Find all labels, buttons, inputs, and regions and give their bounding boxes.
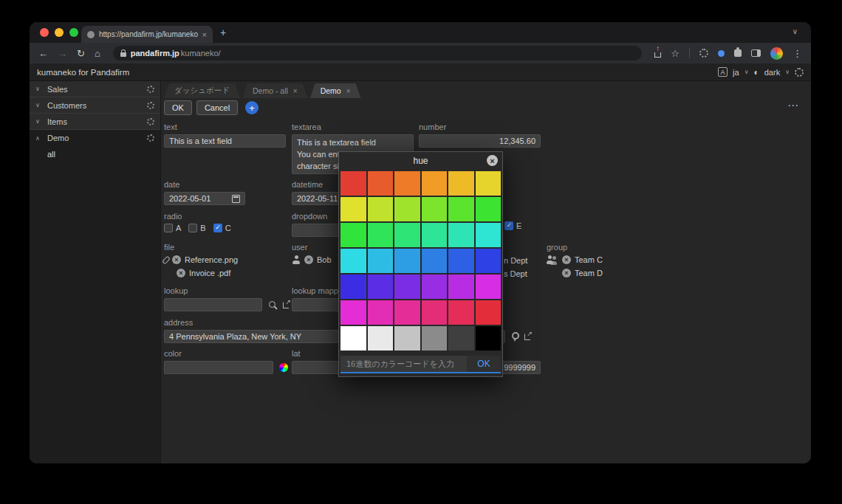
tab-close-icon[interactable]: × bbox=[293, 87, 298, 95]
group-name[interactable]: Team D bbox=[575, 269, 603, 277]
color-swatch[interactable] bbox=[394, 300, 420, 325]
tab-demo[interactable]: Demo × bbox=[310, 83, 361, 98]
color-swatch[interactable] bbox=[476, 223, 502, 247]
open-external-icon[interactable] bbox=[283, 301, 290, 308]
sidebar-item-all[interactable]: all bbox=[30, 146, 160, 162]
back-icon[interactable]: ← bbox=[38, 49, 48, 58]
color-swatch[interactable] bbox=[422, 249, 448, 273]
settings-gear-icon[interactable] bbox=[795, 68, 804, 77]
address-bar[interactable]: pandafirm.jp kumaneko/ bbox=[113, 46, 643, 61]
extension-dot-icon[interactable] bbox=[718, 50, 725, 57]
home-icon[interactable]: ⌂ bbox=[95, 49, 100, 58]
checkbox-checked-icon[interactable] bbox=[213, 224, 222, 232]
map-pin-icon[interactable] bbox=[511, 332, 518, 342]
ok-button[interactable]: OK bbox=[164, 100, 192, 115]
gear-icon[interactable] bbox=[147, 134, 154, 142]
color-swatch[interactable] bbox=[340, 223, 366, 247]
sidebar-item-customers[interactable]: ∨ Customers bbox=[30, 97, 160, 114]
color-swatch[interactable] bbox=[368, 171, 394, 196]
share-icon[interactable] bbox=[654, 52, 661, 58]
chevron-down-icon[interactable]: ∨ bbox=[35, 86, 43, 92]
option-b[interactable]: B bbox=[188, 224, 205, 232]
color-swatch[interactable] bbox=[340, 275, 366, 299]
color-swatch[interactable] bbox=[340, 249, 366, 273]
bookmark-star-icon[interactable]: ☆ bbox=[671, 49, 680, 58]
color-swatch[interactable] bbox=[422, 326, 448, 351]
color-swatch[interactable] bbox=[394, 326, 420, 351]
close-icon[interactable] bbox=[487, 155, 498, 166]
zoom-window-button[interactable] bbox=[69, 28, 78, 37]
paperclip-icon[interactable] bbox=[162, 255, 171, 264]
color-swatch[interactable] bbox=[340, 171, 366, 196]
remove-icon[interactable] bbox=[177, 269, 185, 277]
color-swatch[interactable] bbox=[394, 197, 420, 221]
search-icon[interactable] bbox=[268, 300, 277, 309]
user-name[interactable]: Bob bbox=[317, 255, 332, 264]
cancel-button[interactable]: Cancel bbox=[196, 100, 238, 115]
tab-list-chevron-icon[interactable]: ∨ bbox=[793, 27, 798, 35]
tab-demo-all[interactable]: Demo - all × bbox=[242, 83, 308, 98]
color-swatch[interactable] bbox=[368, 300, 394, 325]
color-swatch[interactable] bbox=[394, 223, 420, 247]
color-swatch[interactable] bbox=[476, 326, 502, 351]
theme-select[interactable]: dark bbox=[764, 68, 780, 77]
gear-icon[interactable] bbox=[147, 102, 154, 109]
color-swatch[interactable] bbox=[340, 197, 366, 221]
color-swatch[interactable] bbox=[448, 300, 474, 325]
color-swatch[interactable] bbox=[448, 249, 474, 273]
extensions-puzzle-icon[interactable] bbox=[734, 49, 742, 57]
color-swatch[interactable] bbox=[476, 249, 502, 273]
tab-close-icon[interactable]: × bbox=[202, 30, 207, 39]
color-swatch[interactable] bbox=[422, 275, 448, 299]
color-swatch[interactable] bbox=[422, 171, 448, 196]
side-panel-icon[interactable] bbox=[751, 49, 761, 57]
color-swatch[interactable] bbox=[422, 223, 448, 247]
remove-icon[interactable] bbox=[172, 255, 181, 264]
file-name[interactable]: Reference.png bbox=[185, 255, 238, 264]
color-swatch[interactable] bbox=[476, 300, 502, 325]
gear-icon[interactable] bbox=[147, 86, 154, 93]
color-swatch[interactable] bbox=[368, 326, 394, 351]
sidebar-item-sales[interactable]: ∨ Sales bbox=[30, 81, 160, 97]
color-swatch[interactable] bbox=[448, 197, 474, 221]
remove-icon[interactable] bbox=[304, 255, 313, 264]
organization-item[interactable]: s Dept bbox=[504, 269, 527, 279]
color-swatch[interactable] bbox=[368, 249, 394, 273]
reload-icon[interactable]: ↻ bbox=[77, 49, 85, 58]
chevron-up-icon[interactable]: ∧ bbox=[35, 135, 43, 142]
color-swatch[interactable] bbox=[476, 275, 502, 299]
color-swatch[interactable] bbox=[448, 326, 474, 351]
hex-color-input[interactable]: 16進数のカラーコードを入力 bbox=[340, 356, 467, 373]
extension-gear-icon[interactable] bbox=[699, 49, 708, 58]
lookup-input[interactable] bbox=[164, 298, 262, 311]
tab-close-icon[interactable]: × bbox=[346, 87, 351, 95]
option-c[interactable]: C bbox=[213, 224, 231, 232]
chevron-down-icon[interactable]: ∨ bbox=[35, 102, 43, 108]
new-tab-button[interactable]: + bbox=[220, 27, 226, 38]
gear-icon[interactable] bbox=[147, 118, 154, 125]
profile-avatar[interactable] bbox=[770, 47, 783, 60]
color-input[interactable] bbox=[164, 361, 273, 374]
color-swatch[interactable] bbox=[368, 197, 394, 221]
color-swatch[interactable] bbox=[422, 197, 448, 221]
close-window-button[interactable] bbox=[40, 28, 49, 37]
checkbox-checked-icon[interactable] bbox=[504, 221, 513, 230]
calendar-icon[interactable] bbox=[232, 195, 240, 203]
tab-dashboard[interactable]: ダッシュボード bbox=[164, 83, 240, 98]
add-button[interactable]: + bbox=[245, 101, 259, 114]
language-select[interactable]: ja bbox=[733, 68, 739, 77]
checkbox-icon[interactable] bbox=[164, 224, 173, 232]
more-options-icon[interactable]: ⋯ bbox=[787, 99, 799, 112]
minimize-window-button[interactable] bbox=[55, 28, 64, 37]
color-swatch[interactable] bbox=[368, 223, 394, 247]
color-swatch[interactable] bbox=[448, 171, 474, 196]
color-swatch[interactable] bbox=[448, 275, 474, 299]
date-input[interactable]: 2022-05-01 bbox=[164, 192, 245, 205]
organization-item[interactable]: n Dept bbox=[504, 255, 527, 266]
option-a[interactable]: A bbox=[164, 224, 181, 232]
color-swatch[interactable] bbox=[394, 171, 420, 196]
remove-icon[interactable] bbox=[562, 269, 571, 277]
color-swatch[interactable] bbox=[476, 171, 502, 196]
group-name[interactable]: Team C bbox=[575, 255, 603, 264]
browser-tab[interactable]: https://pandafirm.jp/kumaneko × bbox=[81, 26, 213, 43]
